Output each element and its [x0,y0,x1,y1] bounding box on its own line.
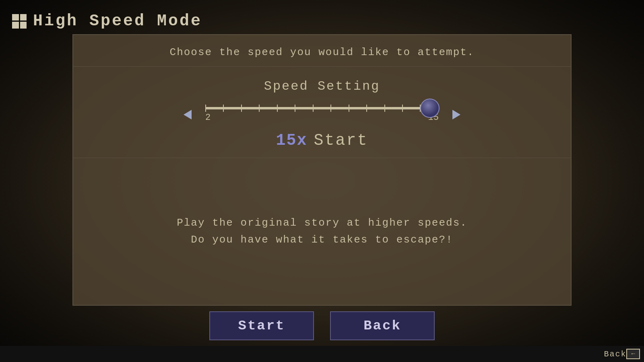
bottom-bar: Start Back [0,306,644,346]
grid-icon [12,14,27,29]
speed-value-display: 15x [276,132,307,150]
slider-row: 2 15 [178,106,466,123]
slider-ticks [205,105,439,112]
main-container: High Speed Mode Choose the speed you wou… [0,0,644,346]
description-line2: Do you have what it takes to escape?! [191,234,453,246]
slider-thumb[interactable] [420,99,440,118]
svg-marker-0 [184,110,192,119]
title-bar: High Speed Mode [0,8,644,34]
slider-track[interactable] [205,107,439,109]
slider-labels: 2 15 [205,113,439,123]
svg-marker-1 [452,110,460,119]
slider-right-button[interactable] [447,106,466,123]
slider-min-label: 2 [205,113,211,123]
main-panel: Choose the speed you would like to attem… [72,34,572,306]
speed-section: Speed Setting [73,67,571,158]
description-section: Play the original story at higher speeds… [153,158,491,305]
description-text: Play the original story at higher speeds… [177,215,467,248]
slider-left-button[interactable] [178,106,197,123]
back-corner-label: Back [604,350,626,359]
back-button[interactable]: Back [330,311,435,340]
description-line1: Play the original story at higher speeds… [177,217,467,229]
speed-value-row: 15x Start [276,132,368,150]
start-inline-label: Start [314,132,368,150]
start-button[interactable]: Start [209,311,314,340]
page-title: High Speed Mode [33,12,202,30]
speed-setting-label: Speed Setting [264,79,380,94]
subtitle-text: Choose the speed you would like to attem… [73,35,571,67]
back-key-icon: ← [626,349,640,359]
bottom-strip: Back ← [0,346,644,362]
slider-track-container: 2 15 [205,107,439,123]
